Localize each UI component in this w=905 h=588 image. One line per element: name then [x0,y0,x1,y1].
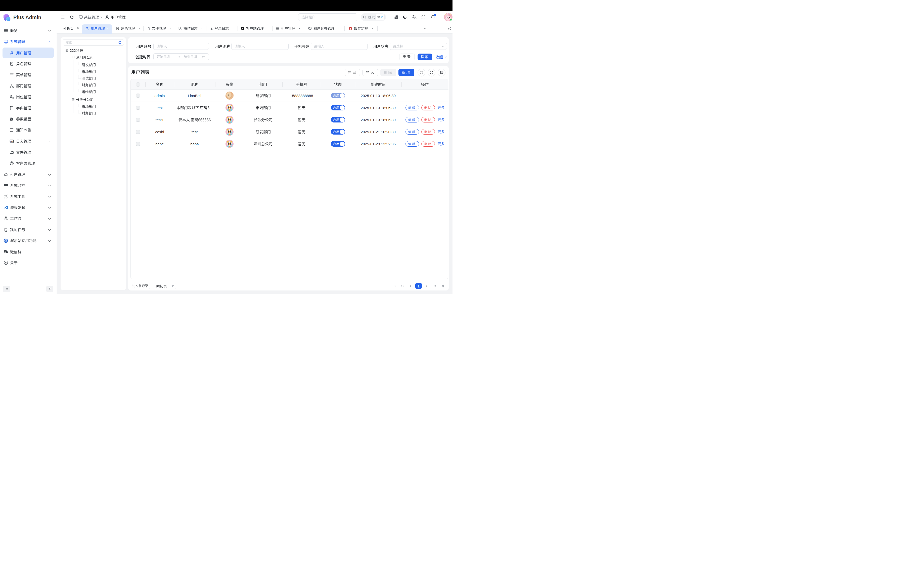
svg-text:redis: redis [349,29,351,30]
svg-text:DEV: DEV [10,140,13,142]
